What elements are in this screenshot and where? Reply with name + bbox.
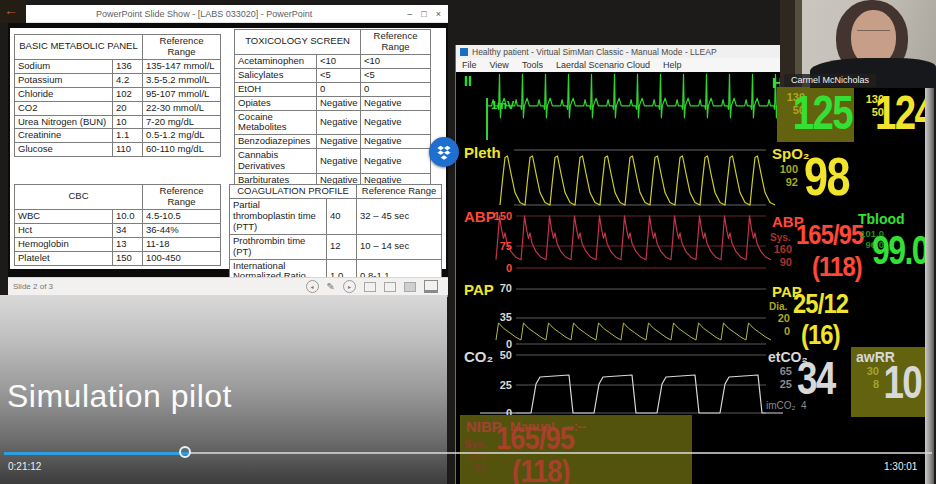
previous-slide-button[interactable]: ◂	[306, 280, 319, 293]
table-row: Platelet150100-450	[15, 251, 221, 265]
awrr-value: 10	[883, 359, 921, 405]
pap-low-limit: 0	[766, 325, 790, 338]
co2-scale-50: 50	[478, 349, 512, 361]
maximize-icon[interactable]: □	[421, 9, 426, 19]
ppt-statusbar: Slide 2 of 3 ◂ ✎ ▸	[8, 277, 448, 295]
etco2-high-limit: 65	[768, 365, 792, 378]
nibp-low-limit: 90	[466, 462, 486, 475]
table-row: Potassium4.23.5-5.2 mmol/L	[15, 73, 221, 87]
lleap-scrollbar[interactable]	[925, 72, 934, 484]
abp-scale-0: 0	[478, 262, 512, 274]
table-row: OpiatesNegativeNegative	[235, 96, 431, 110]
table-row: Cocaine MetabolitesNegativeNegative	[235, 110, 431, 135]
table-row: Chloride10295-107 mmol/L	[15, 87, 221, 101]
table-row: CO22022-30 mmol/L	[15, 101, 221, 115]
menu-tools[interactable]: Tools	[522, 60, 543, 70]
menu-view[interactable]: View	[490, 60, 509, 70]
normal-view-button[interactable]	[364, 282, 376, 292]
menu-help[interactable]: Help	[663, 60, 682, 70]
total-time: 1:30:01	[884, 461, 917, 472]
annotation-pen-button[interactable]: ✎	[327, 281, 335, 292]
table-row: Hemoglobin1311-18	[15, 237, 221, 251]
etco2-value: 34	[797, 355, 835, 401]
slide-counter: Slide 2 of 3	[8, 282, 306, 291]
patient-monitor: II 1mV Pleth ABP 150 75 0 PAP 70 35 0 CO…	[460, 72, 925, 484]
co2-scale-25: 25	[478, 379, 512, 391]
abp-sys-label: Sys.	[770, 232, 791, 243]
screen: PowerPoint Slide Show - [LABS 033020] - …	[0, 0, 936, 484]
webcam-video: Carmel McNicholas	[780, 0, 936, 87]
powerpoint-window: PowerPoint Slide Show - [LABS 033020] - …	[8, 5, 448, 297]
awrr-high-limit: 30	[859, 365, 879, 378]
next-slide-button[interactable]: ▸	[343, 280, 356, 293]
table-row: Partial thromboplastin time (PTT)4032 – …	[230, 198, 442, 234]
progress-played	[4, 452, 189, 455]
lleap-window: Healthy patient - Virtual SimMan Classic…	[455, 45, 934, 484]
menu-laerdal-scenario-cloud[interactable]: Laerdal Scenario Cloud	[556, 60, 650, 70]
pap-dia-label: Dia.	[769, 301, 787, 312]
abp-mean-value: (118)	[812, 254, 862, 281]
close-icon[interactable]: ×	[436, 9, 441, 19]
hr-value-block[interactable]: 130 50 125	[777, 87, 854, 142]
abp-high-limit: 160	[768, 243, 792, 256]
grid-view-button[interactable]	[384, 282, 396, 292]
lleap-app-icon	[460, 48, 468, 56]
nibp-mean-value: (118)	[512, 456, 570, 484]
dropbox-icon[interactable]	[429, 137, 459, 167]
abp-low-limit: 90	[768, 256, 792, 269]
reading-view-button[interactable]	[404, 282, 416, 292]
awrr-value-block[interactable]: awRR 30 8 10	[851, 347, 925, 417]
awrr-low-limit: 8	[859, 378, 879, 391]
imco2-value: 4	[801, 400, 807, 411]
table-row: Glucose11060-110 mg/dL	[15, 143, 221, 157]
menu-file[interactable]: File	[462, 60, 477, 70]
ecg-scale-label: 1mV	[491, 99, 514, 111]
presenter-view-button[interactable]	[424, 280, 438, 293]
spo2-high-limit: 100	[774, 163, 798, 176]
back-arrow-icon[interactable]: ←	[4, 2, 18, 18]
lleap-window-title: Healthy patient - Virtual SimMan Classic…	[472, 47, 717, 57]
pap-scale-35: 35	[478, 311, 512, 323]
pleth-label: Pleth	[464, 144, 501, 161]
video-progress-bar[interactable]	[0, 449, 936, 457]
imco2-label: imCO₂	[766, 400, 795, 411]
pap-value: 25/12	[793, 291, 848, 318]
tblood-value: 99.0	[872, 230, 925, 270]
pap-mean-value: (16)	[801, 322, 840, 349]
table-row: EtOH00	[235, 82, 431, 96]
progress-handle[interactable]	[179, 446, 191, 458]
abp-scale-150: 150	[478, 210, 512, 222]
table-row: Salicylates<5<5	[235, 68, 431, 82]
video-title: Simulation pilot	[7, 378, 232, 415]
table-row: Hct3436-44%	[15, 223, 221, 237]
table-row: Urea Nitrogen (BUN)107-20 mg/dL	[15, 115, 221, 129]
table-row: WBC10.04.5-10.5	[15, 209, 221, 223]
hr-value: 125	[793, 89, 852, 137]
basic-metabolic-panel-table: BASIC METABOLIC PANELReference RangeSodi…	[14, 34, 221, 157]
pulse-value: 124	[875, 89, 925, 137]
participant-name: Carmel McNicholas	[784, 74, 876, 87]
toxicology-screen-table: TOXICOLOGY SCREENReference RangeAcetamin…	[234, 29, 431, 202]
spo2-low-limit: 92	[774, 176, 798, 189]
cbc-table: CBCReference RangeWBC10.04.5-10.5Hct3436…	[14, 184, 221, 266]
tblood-label: Tblood	[858, 211, 905, 227]
slide-content: BASIC METABOLIC PANELReference RangeSodi…	[10, 28, 446, 269]
pap-scale-70: 70	[478, 282, 512, 294]
pap-high-limit: 20	[766, 312, 790, 325]
spo2-value: 98	[804, 149, 849, 203]
table-row: Acetaminophen<10<10	[235, 54, 431, 68]
table-row: BenzodiazepinesNegativeNegative	[235, 135, 431, 149]
ppt-window-title: PowerPoint Slide Show - [LABS 033020] - …	[8, 9, 400, 19]
minimize-icon[interactable]: –	[407, 9, 412, 19]
abp-scale-75: 75	[478, 240, 512, 252]
etco2-low-limit: 25	[768, 378, 792, 391]
dropbox-glyph	[434, 142, 454, 162]
slide-area: BASIC METABOLIC PANELReference RangeSodi…	[8, 23, 448, 278]
ecg-lead-label: II	[464, 73, 472, 89]
current-time: 0:21:12	[8, 461, 41, 472]
table-row: Sodium136135-147 mmol/L	[15, 59, 221, 73]
table-row: Creatinine1.10.5-1.2 mg/dL	[15, 129, 221, 143]
ppt-titlebar: PowerPoint Slide Show - [LABS 033020] - …	[8, 5, 448, 23]
table-row: Prothrombin time (PT)1210 – 14 sec	[230, 234, 442, 259]
table-row: Cannabis DerivativesNegativeNegative	[235, 149, 431, 174]
